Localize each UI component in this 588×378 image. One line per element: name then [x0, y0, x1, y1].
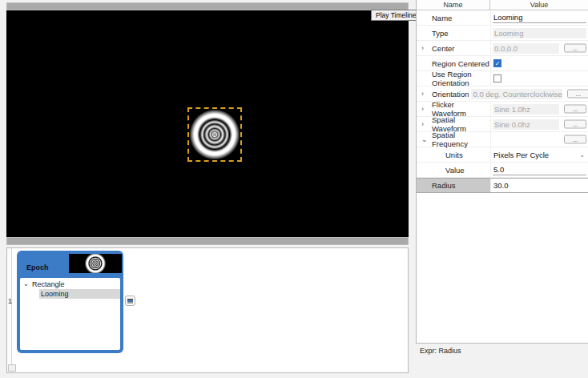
looming-stimulus[interactable] — [187, 107, 242, 162]
name-input[interactable] — [493, 13, 586, 23]
expander-icon[interactable]: › — [421, 106, 424, 113]
timeline-row-number: 1 — [7, 297, 13, 305]
expander-icon[interactable]: › — [421, 45, 424, 52]
property-label: Type — [432, 29, 449, 38]
property-row-spatial-frequency: ⌄ Spatial Frequency ... — [417, 132, 588, 147]
property-row-center: › Center 0.0,0.0 ... — [417, 41, 588, 56]
looming-rings-image — [189, 109, 240, 160]
orientation-ellipsis-button[interactable]: ... — [567, 90, 588, 99]
property-label: Region Centered — [432, 59, 489, 68]
epoch-tree: ⌄ Rectangle Looming — [20, 278, 120, 350]
orientation-value: 0.0 deg. Counterclockwise — [471, 89, 562, 99]
property-row-value: Value — [417, 163, 588, 178]
expander-icon[interactable]: › — [421, 90, 424, 98]
flicker-waveform-ellipsis-button[interactable]: ... — [564, 105, 586, 114]
scrollbar-corner — [8, 364, 16, 372]
property-row-radius: Radius — [417, 178, 588, 193]
property-row-use-region-orientation: Use Region Orientation — [417, 71, 588, 86]
property-label: Units — [445, 151, 463, 159]
property-row-units: Units Pixels Per Cycle ⌄ — [417, 147, 588, 163]
spatial-frequency-value — [493, 135, 559, 145]
center-ellipsis-button[interactable]: ... — [564, 44, 586, 53]
property-label: Orientation — [432, 90, 469, 99]
canvas-scrollbar-top[interactable] — [6, 2, 409, 10]
property-label: Use Region Orientation — [432, 70, 490, 87]
stimulus-canvas[interactable] — [6, 10, 409, 237]
property-label: Radius — [432, 181, 456, 190]
expander-icon[interactable]: › — [421, 121, 424, 128]
units-selected-option: Pixels Per Cycle — [493, 151, 549, 159]
property-row-name: Name — [417, 10, 588, 26]
timeline-gutter — [7, 248, 12, 372]
looming-rings-thumbnail — [85, 254, 107, 273]
epoch-label: Epoch — [26, 263, 49, 271]
tree-item-looming[interactable]: Looming — [39, 289, 120, 299]
tree-item-rectangle[interactable]: ⌄ Rectangle — [20, 278, 120, 289]
column-header-value: Value — [490, 0, 588, 10]
property-row-type: Type Looming — [417, 26, 588, 41]
timeline-panel: 1 Epoch ⌄ Rectangle Looming — [6, 247, 409, 373]
center-value: 0.0,0.0 — [493, 43, 559, 54]
properties-panel: Name Value Name Type Looming › Center 0.… — [416, 0, 588, 344]
tree-item-label: Rectangle — [32, 280, 65, 288]
type-value: Looming — [493, 28, 586, 38]
expression-status-label: Expr: Radius — [420, 347, 461, 355]
epoch-thumbnail — [69, 254, 122, 273]
property-label: Name — [432, 14, 452, 22]
expander-icon[interactable]: ⌄ — [421, 136, 428, 143]
flicker-waveform-value: Sine 1.0hz — [493, 104, 559, 115]
dropdown-chevron-icon: ⌄ — [579, 151, 585, 159]
radius-input[interactable] — [493, 180, 586, 191]
spatial-frequency-ellipsis-button[interactable]: ... — [564, 135, 586, 144]
units-select[interactable]: Pixels Per Cycle ⌄ — [493, 151, 586, 159]
column-header-name: Name — [417, 0, 490, 10]
use-region-orientation-checkbox[interactable] — [493, 74, 501, 82]
property-label: Center — [432, 44, 455, 53]
chevron-down-icon[interactable]: ⌄ — [23, 280, 29, 288]
play-timeline-button[interactable]: Play Timeline — [371, 10, 421, 21]
spatial-waveform-ellipsis-button[interactable]: ... — [564, 120, 586, 129]
properties-header: Name Value — [417, 0, 588, 10]
property-label: Value — [445, 166, 465, 175]
add-epoch-icon — [127, 299, 133, 304]
spatial-waveform-value: Sine 0.0hz — [493, 119, 559, 130]
property-label: Spatial Frequency — [432, 131, 490, 148]
spatial-frequency-value-input[interactable] — [493, 165, 586, 175]
epoch-block[interactable]: Epoch ⌄ Rectangle Looming — [17, 251, 123, 353]
add-epoch-button[interactable] — [125, 296, 135, 306]
region-centered-checkbox[interactable]: ✓ — [493, 59, 501, 67]
canvas-scrollbar-bottom[interactable] — [6, 237, 409, 245]
